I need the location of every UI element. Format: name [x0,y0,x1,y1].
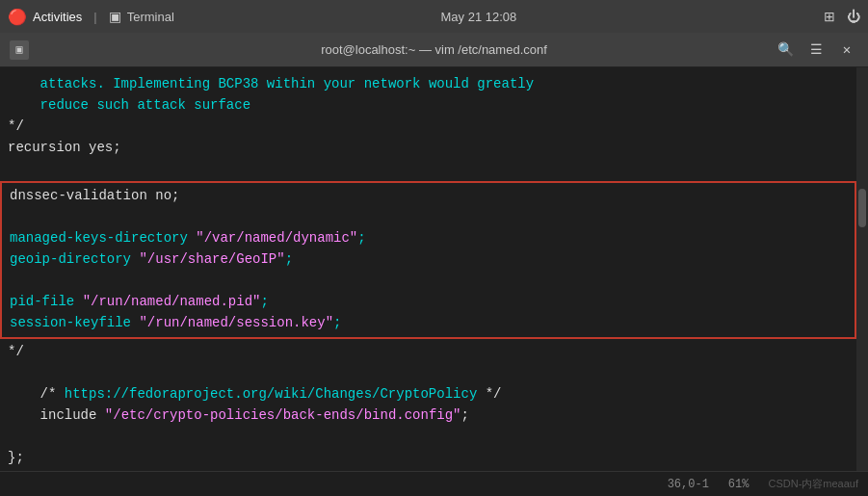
rb-line-1: dnssec-validation no; [2,185,855,206]
after-line-2: include "/etc/crypto-policies/back-ends/… [0,405,856,426]
line-3: */ [0,116,856,137]
rb-line-blank1 [2,206,855,227]
line-text-2: reduce such attack surface [0,94,250,116]
left-indicator: /* [0,253,2,267]
scrollbar-thumb[interactable] [858,189,866,227]
after-text-3: }; [0,447,24,468]
terminal-window-icon: ▣ [10,40,29,60]
red-box: /* dnssec-validation no; managed-keys-di… [0,181,856,339]
close-button[interactable]: ✕ [835,39,858,62]
scrollbar[interactable] [856,67,868,471]
after-text-1: /* https://fedoraproject.org/wiki/Change… [0,383,502,405]
rb-line-2: managed-keys-directory "/var/named/dynam… [2,227,855,248]
line-text-1: attacks. Implementing BCP38 within your … [0,73,534,94]
power-icon[interactable]: ⏻ [847,9,860,24]
terminal-content: attacks. Implementing BCP38 within your … [0,67,868,471]
activities-icon: 🔴 [8,8,27,26]
line-text-4: recursion yes; [0,137,121,158]
rb-line-4: pid-file "/run/named/named.pid"; [2,291,855,312]
editor-area[interactable]: attacks. Implementing BCP38 within your … [0,67,856,471]
terminal-label[interactable]: Terminal [127,10,174,24]
rb-text-5: session-keyfile "/run/named/session.key"… [2,312,341,333]
terminal-title: root@localhost:~ — vim /etc/named.conf [321,42,547,57]
after-line-0: */ [0,341,856,362]
line-text-3: */ [0,116,24,137]
scroll-percent: 61% [728,478,750,491]
rb-blank1 [2,206,17,227]
after-text-0: */ [0,341,24,362]
after-blank2 [0,426,15,447]
terminal-icon: ▣ [109,9,121,24]
line-2: reduce such attack surface [0,94,856,116]
network-icon: ⊞ [824,9,835,24]
rb-line-5: session-keyfile "/run/named/session.key"… [2,312,855,333]
titlebar-left: ▣ [10,40,29,60]
line-1: attacks. Implementing BCP38 within your … [0,73,856,94]
datetime: May 21 12:08 [174,10,783,24]
rb-line-blank2 [2,270,855,291]
after-line-blank2 [0,426,856,447]
terminal-titlebar: ▣ root@localhost:~ — vim /etc/named.conf… [0,33,868,67]
after-blank [0,362,15,383]
line-5 [0,158,856,179]
system-bar: 🔴 Activities | ▣ Terminal May 21 12:08 ⊞… [0,0,868,33]
status-bar: 36,0-1 61% CSDN-内容meaauf [0,471,868,496]
rb-text-3: geoip-directory "/usr/share/GeoIP"; [2,248,293,270]
search-button[interactable]: 🔍 [774,39,797,62]
rb-line-3: geoip-directory "/usr/share/GeoIP"; [2,248,855,270]
menu-button[interactable]: ☰ [804,39,828,62]
watermark: CSDN-内容meaauf [768,477,858,491]
rb-text-1: dnssec-validation no; [2,185,179,206]
titlebar-controls: 🔍 ☰ ✕ [774,39,858,62]
after-line-3: }; [0,447,856,468]
system-bar-right: ⊞ ⏻ [783,9,860,24]
activities-label[interactable]: Activities [33,10,82,24]
after-line-1: /* https://fedoraproject.org/wiki/Change… [0,383,856,405]
rb-text-2: managed-keys-directory "/var/named/dynam… [2,227,366,248]
after-line-blank [0,362,856,383]
cursor-position: 36,0-1 [668,478,709,491]
system-bar-left: 🔴 Activities | ▣ Terminal [8,8,174,26]
line-4: recursion yes; [0,137,856,158]
rb-text-4: pid-file "/run/named/named.pid"; [2,291,269,312]
line-text-5 [0,158,15,179]
rb-blank2 [2,270,17,291]
after-text-2: include "/etc/crypto-policies/back-ends/… [0,405,469,426]
